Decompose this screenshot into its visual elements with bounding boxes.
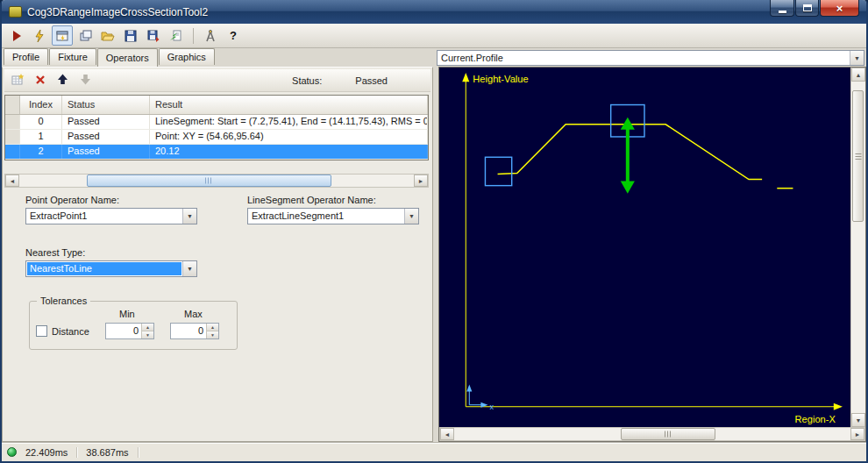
tab-fixture[interactable]: Fixture [49,48,96,65]
tool-editor-toggle-button[interactable] [52,25,73,46]
spin-up-icon[interactable]: ▲ [142,324,153,331]
measure-button[interactable] [200,25,221,46]
scroll-track[interactable] [19,175,414,187]
spin-down-icon[interactable]: ▼ [207,331,218,338]
import-button[interactable] [166,25,187,46]
chevron-down-icon[interactable]: ▼ [182,261,196,276]
compass-icon [203,29,217,43]
help-button[interactable]: ? [223,25,244,46]
window-title: Cog3DRangeImageCrossSectionTool2 [27,6,208,18]
profile-line [498,125,763,180]
min-spinner[interactable]: 0 ▲ ▼ [105,323,154,339]
x-axis-arrow-icon [834,403,843,410]
status-led-icon [7,447,17,457]
tab-operators[interactable]: Operators [97,48,158,67]
arrow-up-icon [56,73,69,86]
column-header-result[interactable]: Result [150,96,428,114]
drag-arrow-head-top[interactable] [621,118,635,130]
header-gutter [5,96,20,114]
table-row[interactable]: 2Passed20.12 [5,145,428,160]
scroll-thumb[interactable] [852,90,864,222]
point-operator-combo[interactable]: ExtractPoint1 ▼ [25,208,197,224]
arrow-down-icon [79,73,92,86]
drag-arrow-head-bottom[interactable] [621,182,635,194]
nearest-type-combo[interactable]: NearestToLine ▼ [25,260,197,277]
plot-horizontal-scrollbar[interactable]: ◄ ► [439,427,865,441]
add-operator-button[interactable] [11,73,25,89]
status-bar: 22.409ms 38.687ms [2,442,866,461]
save-results-button[interactable] [143,25,164,46]
open-file-button[interactable] [97,25,118,46]
scroll-thumb[interactable] [87,175,331,187]
chevron-down-icon[interactable]: ▼ [182,209,196,224]
cell-index: 0 [20,115,62,129]
maximize-icon [803,4,812,11]
cascade-windows-icon [78,29,92,43]
selection-marker-0[interactable] [485,157,511,185]
y-axis-label: Height-Value [473,74,528,84]
operator-table: IndexStatusResult 0PassedLineSegment: St… [4,95,429,160]
nearest-type-value: NearestToLine [27,262,181,275]
column-header-index[interactable]: Index [20,96,62,114]
scroll-left-icon[interactable]: ◄ [440,428,454,440]
move-down-button[interactable] [79,73,92,88]
x-axis-label: Region-X [795,414,836,424]
spin-down-icon[interactable]: ▼ [142,331,153,338]
profile-display[interactable]: Height-ValueRegion-Xx [439,68,850,427]
scroll-right-icon[interactable]: ► [850,428,864,440]
close-button[interactable]: × [820,0,859,17]
distance-checkbox[interactable] [36,325,47,337]
max-spinner[interactable]: 0 ▲ ▼ [170,323,219,339]
origin-y-arrow-icon [466,384,472,391]
profile-selector-combo[interactable]: Current.Profile ▼ [437,50,864,66]
cell-result: LineSegment: Start = (7.2,75.41), End = … [150,115,428,129]
tolerances-group: Tolerances Distance Min Max 0 ▲ ▼ 0 [29,301,238,350]
tab-profile[interactable]: Profile [4,48,48,65]
column-header-status[interactable]: Status [62,96,150,114]
spin-up-icon[interactable]: ▲ [207,324,218,331]
scroll-down-icon[interactable]: ▼ [851,413,865,427]
minimize-button[interactable] [770,0,794,17]
min-value: 0 [106,324,141,338]
linesegment-operator-combo[interactable]: ExtractLineSegment1 ▼ [247,208,419,224]
move-up-button[interactable] [56,73,69,88]
tab-graphics[interactable]: Graphics [159,48,215,65]
run-button[interactable] [6,25,27,46]
row-gutter [5,115,20,129]
close-icon: × [836,3,843,14]
new-grid-icon [11,73,25,87]
run-time: 22.409ms [24,447,77,458]
scroll-thumb[interactable] [621,428,715,440]
scroll-track[interactable] [454,428,850,440]
maximize-button[interactable] [795,0,819,17]
chevron-down-icon[interactable]: ▼ [404,209,418,224]
run-live-button[interactable] [29,25,50,46]
scroll-track[interactable] [851,82,865,413]
plot-vertical-scrollbar[interactable]: ▲ ▼ [850,68,865,427]
chevron-down-icon[interactable]: ▼ [850,51,864,65]
max-label: Max [184,309,203,319]
cell-status: Passed [62,115,150,129]
tool-window-icon [55,29,69,43]
point-operator-label: Point Operator Name: [25,195,119,205]
delete-operator-button[interactable] [34,74,46,88]
min-label: Min [119,309,135,319]
tab-row: ProfileFixtureOperatorsGraphics Current.… [2,48,866,67]
profile-panel: Height-ValueRegion-Xx ▲ ▼ ◄ ► [438,67,866,442]
delete-x-icon [34,74,46,86]
scroll-left-icon[interactable]: ◄ [5,175,19,187]
scroll-up-icon[interactable]: ▲ [851,68,865,82]
y-axis-arrow-icon [462,73,469,82]
title-bar: Cog3DRangeImageCrossSectionTool2 × [2,0,866,24]
table-horizontal-scrollbar[interactable]: ◄ ► [4,174,429,188]
cell-status: Passed [62,145,150,159]
scroll-right-icon[interactable]: ► [414,175,428,187]
linesegment-operator-label: LineSegment Operator Name: [247,195,376,205]
windows-button[interactable] [75,25,96,46]
profile-plot[interactable]: Height-ValueRegion-Xx [439,68,850,427]
table-row[interactable]: 1PassedPoint: XY = (54.66,95.64) [5,130,428,145]
save-file-button[interactable] [120,25,141,46]
table-row[interactable]: 0PassedLineSegment: Start = (7.2,75.41),… [5,115,428,130]
operator-table-header: IndexStatusResult [5,96,428,115]
main-toolbar: ? [2,24,866,48]
